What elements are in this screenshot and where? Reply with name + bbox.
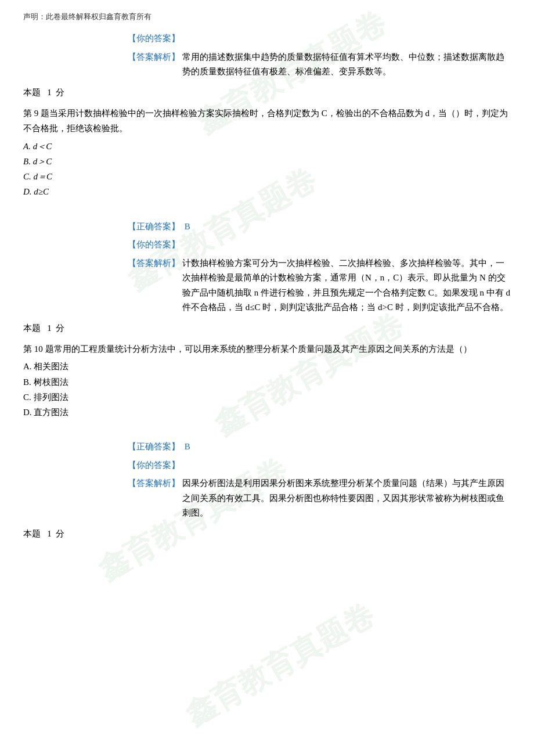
q10-option-a: A. 相关图法	[23, 359, 511, 374]
q8-jiexi-label: 【答案解析】	[128, 50, 180, 80]
q9-jiexi-row: 【答案解析】 计数抽样检验方案可分为一次抽样检验、二次抽样检验、多次抽样检验等。…	[128, 256, 511, 315]
q9-nida-label: 【你的答案】	[128, 240, 180, 249]
q8-nida-block: 【你的答案】	[128, 31, 511, 46]
q8-jiexi-row: 【答案解析】 常用的描述数据集中趋势的质量数据特征值有算术平均数、中位数；描述数…	[128, 50, 511, 80]
q8-jiexi-text: 常用的描述数据集中趋势的质量数据特征值有算术平均数、中位数；描述数据离散趋势的质…	[182, 50, 511, 80]
main-content: 声明：此卷最终解释权归鑫育教育所有 【你的答案】 【答案解析】 常用的描述数据集…	[23, 10, 511, 541]
q10-option-b: B. 树枝图法	[23, 375, 511, 390]
q9-option-a: A. d＜C	[23, 139, 511, 154]
q9-correct-label: 【正确答案】	[128, 222, 180, 231]
q10-correct-label: 【正确答案】	[128, 442, 180, 451]
q9-option-c: C. d＝C	[23, 169, 511, 184]
q8-score-line: 本题 1 分	[23, 85, 511, 100]
q9-score-line: 本题 1 分	[23, 321, 511, 336]
q8-nida-label: 【你的答案】	[128, 34, 180, 43]
q9-block: 第 9 题当采用计数抽样检验中的一次抽样检验方案实际抽检时，合格判定数为 C，检…	[23, 106, 511, 200]
q10-option-c: C. 排列图法	[23, 390, 511, 405]
q10-question-text: 第 10 题常用的工程质量统计分析方法中，可以用来系统的整理分析某个质量问题及其…	[23, 341, 511, 357]
top-notice: 声明：此卷最终解释权归鑫育教育所有	[23, 10, 511, 23]
q10-jiexi-text: 因果分析图法是利用因果分析图来系统整理分析某个质量问题（结果）与其产生原因之间关…	[182, 476, 511, 521]
q10-jiexi-row: 【答案解析】 因果分析图法是利用因果分析图来系统整理分析某个质量问题（结果）与其…	[128, 476, 511, 521]
q9-nida-block: 【你的答案】	[128, 237, 511, 253]
q9-jiexi-label: 【答案解析】	[128, 256, 180, 315]
q9-jiexi-text: 计数抽样检验方案可分为一次抽样检验、二次抽样检验、多次抽样检验等。其中，一次抽样…	[182, 256, 511, 315]
q10-option-d: D. 直方图法	[23, 405, 511, 420]
q10-nida-label: 【你的答案】	[128, 460, 180, 470]
q9-option-b: B. d＞C	[23, 154, 511, 169]
q10-block: 第 10 题常用的工程质量统计分析方法中，可以用来系统的整理分析某个质量问题及其…	[23, 341, 511, 420]
q10-jiexi-label: 【答案解析】	[128, 476, 180, 521]
q9-question-text: 第 9 题当采用计数抽样检验中的一次抽样检验方案实际抽检时，合格判定数为 C，检…	[23, 106, 511, 136]
q10-nida-block: 【你的答案】	[128, 458, 511, 473]
q10-correct-block: 【正确答案】 B	[128, 440, 511, 455]
q9-correct-block: 【正确答案】 B	[128, 219, 511, 235]
q10-correct-value: B	[185, 442, 190, 451]
q9-correct-value: B	[185, 222, 190, 231]
q10-score-line: 本题 1 分	[23, 527, 511, 542]
q9-option-d: D. d≥C	[23, 184, 511, 199]
